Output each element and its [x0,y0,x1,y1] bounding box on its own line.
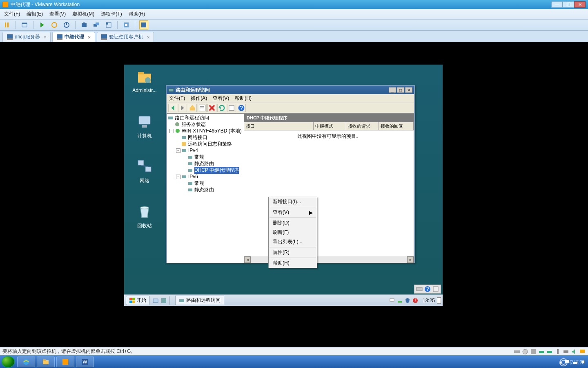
tree-server[interactable]: WIN-XTNYF465YBD (本地) [182,128,242,135]
rras-menu-view[interactable]: 查看(V) [213,95,229,102]
nav-back-icon[interactable] [168,104,177,112]
tree-ipv6-general[interactable]: 常规 [194,180,204,187]
ctx-delete[interactable]: 删除(D) [269,218,317,228]
device-floppy-icon[interactable] [530,348,537,355]
tree-ipv4[interactable]: IPv4 [188,148,198,153]
tab-close-icon[interactable]: × [147,35,149,40]
tray-network-icon[interactable] [397,298,403,303]
expander-icon[interactable]: − [169,129,174,133]
host-start-button[interactable] [2,356,15,368]
scroll-left-icon[interactable]: ◂ [244,256,251,263]
desktop-icon-administrator[interactable]: Administr... [130,69,159,93]
device-printer-icon[interactable] [563,348,569,355]
tree-root[interactable]: 路由和远程访问 [175,114,209,121]
tree-remote-logging[interactable]: 远程访问日志和策略 [188,141,232,148]
menu-edit[interactable]: 编辑(E) [27,11,43,18]
delete-icon[interactable] [207,104,216,112]
device-net-icon[interactable] [538,348,545,355]
col-replies[interactable]: 接收的回复 [379,122,414,130]
tree-ipv4-dhcp-relay[interactable]: DHCP 中继代理程序 [194,167,239,174]
snapshot-manager-icon[interactable] [92,20,101,29]
tray-alert-icon[interactable]: ! [412,298,418,303]
suspend-icon[interactable] [50,20,59,29]
guest-clock[interactable]: 13:25 [423,298,435,303]
show-desktop-button[interactable] [437,297,441,304]
taskbar-app-rras[interactable]: 路由和远程访问 [175,296,224,305]
host-close-button[interactable]: ✕ [574,1,586,8]
guest-start-button[interactable]: 开始 [126,296,150,305]
ctx-properties[interactable]: 属性(R) [269,248,317,257]
expander-icon[interactable]: − [176,175,180,179]
power-on-icon[interactable] [38,20,47,29]
expander-icon[interactable]: − [176,148,180,153]
vm-tab-relay-agent[interactable]: 中继代理 × [52,32,95,42]
tree-ipv4-general[interactable]: 常规 [194,154,204,161]
rras-close-button[interactable]: ✕ [405,87,412,93]
desktop-icon-recycle-bin[interactable]: 回收站 [130,204,159,229]
col-requests[interactable]: 接收的请求 [346,122,379,130]
fullscreen-icon[interactable] [139,20,148,29]
keyboard-icon[interactable] [416,286,423,292]
host-task-vmware[interactable] [56,357,74,367]
library-icon[interactable] [20,20,29,29]
up-icon[interactable] [188,104,197,112]
unity-icon[interactable] [122,20,131,29]
tree-network-interfaces[interactable]: 网络接口 [188,134,207,141]
vm-tab-client[interactable]: 验证使用客户机 × [97,32,154,42]
guest-desktop[interactable]: Administr... 计算机 网络 回收站 ? 路由和远程访问 _ □ [124,65,443,306]
vm-tab-dhcp-server[interactable]: dhcp服务器 × [2,32,51,42]
arrow-icon[interactable] [432,286,439,292]
tray-flag-icon[interactable] [389,298,395,303]
rras-minimize-button[interactable]: _ [389,87,396,93]
device-hdd-icon[interactable] [514,348,520,355]
snapshot-icon[interactable] [80,20,89,29]
device-sound-icon[interactable] [571,348,577,355]
rras-tree[interactable]: 路由和远程访问 服务器状态 −WIN-XTNYF465YBD (本地) 网络接口… [167,113,244,263]
properties-icon[interactable] [198,104,207,112]
device-net2-icon[interactable] [546,348,553,355]
rras-menu-action[interactable]: 操作(A) [191,95,207,102]
host-task-explorer[interactable] [37,357,55,367]
scroll-right-icon[interactable]: ▸ [407,256,414,263]
help2-icon[interactable]: ? [237,104,246,112]
desktop-icon-network[interactable]: 网络 [130,159,159,184]
host-task-word[interactable]: W [76,357,94,367]
menu-vm[interactable]: 虚拟机(M) [72,11,94,18]
menu-tabs[interactable]: 选项卡(T) [101,11,122,18]
host-minimize-button[interactable]: — [551,1,563,8]
device-message-icon[interactable] [579,348,586,355]
revert-icon[interactable] [104,20,113,29]
rras-titlebar[interactable]: 路由和远程访问 _ □ ✕ [167,86,414,94]
rras-menu-help[interactable]: 帮助(H) [235,95,252,102]
vm-display-area[interactable]: Administr... 计算机 网络 回收站 ? 路由和远程访问 _ □ [0,42,588,347]
device-cd-icon[interactable] [522,348,528,355]
pause-icon[interactable] [2,20,11,29]
tray-shield-icon[interactable] [405,298,410,303]
ctx-new-interface[interactable]: 新增接口(I)... [269,197,317,206]
quicklaunch-explorer-icon[interactable] [152,297,159,304]
col-relay-mode[interactable]: 中继模式 [314,122,346,130]
desktop-icon-computer[interactable]: 计算机 [130,114,159,139]
host-maximize-button[interactable]: ☐ [563,1,574,8]
menu-help[interactable]: 帮助(H) [129,11,145,18]
col-interface[interactable]: 接口 [244,122,314,130]
menu-file[interactable]: 文件(F) [4,11,20,18]
rras-maximize-button[interactable]: □ [397,87,404,93]
host-task-ie[interactable] [17,357,35,367]
ctx-refresh[interactable]: 刷新(F) [269,228,317,237]
ctx-help[interactable]: 帮助(H) [269,258,317,268]
ctx-export[interactable]: 导出列表(L)... [269,237,317,247]
tree-ipv4-static[interactable]: 静态路由 [194,160,214,167]
power-off-icon[interactable] [62,20,71,29]
help-icon[interactable]: ? [424,286,431,292]
ctx-view[interactable]: 查看(V)▶ [269,208,317,217]
quicklaunch-desktop-icon[interactable] [160,297,167,304]
tab-close-icon[interactable]: × [88,35,90,40]
tree-server-status[interactable]: 服务器状态 [181,121,206,128]
refresh-icon[interactable] [217,104,226,112]
tree-ipv6[interactable]: IPv6 [188,174,198,180]
device-usb-icon[interactable] [555,348,561,355]
tree-ipv6-static[interactable]: 静态路由 [194,186,214,193]
menu-view[interactable]: 查看(V) [49,11,66,18]
export-icon[interactable] [227,104,236,112]
